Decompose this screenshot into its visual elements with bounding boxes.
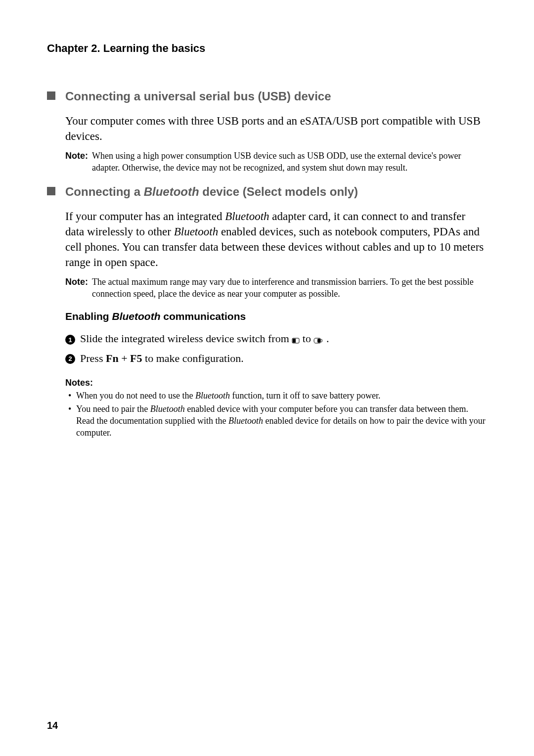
notes-item: You need to pair the Bluetooth enabled d… [65, 403, 487, 439]
note-label: Note: [65, 150, 88, 174]
step-item: 1 Slide the integrated wireless device s… [65, 331, 487, 347]
body-text: Your computer comes with three USB ports… [65, 113, 487, 144]
section-title: Connecting a universal serial bus (USB) … [65, 89, 331, 103]
step-item: 2 Press Fn + F5 to make configuration. [65, 351, 487, 366]
bullet-icon [47, 91, 55, 100]
step-list: 1 Slide the integrated wireless device s… [65, 331, 487, 365]
text-italic: Bluetooth [150, 404, 185, 414]
section-heading: Connecting a universal serial bus (USB) … [47, 89, 487, 103]
text-part: function, turn it off to save battery po… [230, 391, 381, 400]
switch-on-icon [313, 333, 323, 348]
switch-off-icon [292, 333, 300, 348]
step-text: Slide the integrated wireless device swi… [80, 331, 487, 347]
body-text: If your computer has an integrated Bluet… [65, 209, 487, 270]
title-part: device (Select models only) [199, 185, 358, 198]
svg-rect-2 [317, 339, 320, 343]
svg-rect-1 [293, 339, 296, 343]
text-italic: Bluetooth [225, 210, 269, 222]
step-text: Press Fn + F5 to make configuration. [80, 351, 487, 366]
text-part: + [119, 352, 130, 364]
text-italic: Bluetooth [195, 391, 230, 400]
notes-heading: Notes: [65, 377, 487, 389]
note-text: When using a high power consumption USB … [92, 150, 487, 174]
text-italic: Bluetooth [228, 416, 263, 426]
section-heading: Connecting a Bluetooth device (Select mo… [47, 185, 487, 199]
title-part: communications [160, 311, 246, 322]
text-part: You need to pair the [76, 404, 150, 414]
text-italic: Bluetooth [174, 225, 218, 238]
title-part: Enabling [65, 311, 112, 322]
text-part: Slide the integrated wireless device swi… [80, 332, 292, 345]
notes-item: When you do not need to use the Bluetoot… [65, 390, 487, 401]
title-part: Connecting a [65, 185, 144, 198]
notes-section: Notes: When you do not need to use the B… [65, 377, 487, 439]
section-bluetooth: Connecting a Bluetooth device (Select mo… [47, 185, 487, 300]
notes-list: When you do not need to use the Bluetoot… [65, 390, 487, 439]
title-italic: Bluetooth [112, 311, 161, 322]
text-part: to make configuration. [142, 352, 244, 364]
text-part: When you do not need to use the [76, 391, 195, 400]
section-usb: Connecting a universal serial bus (USB) … [47, 89, 487, 174]
text-part: If your computer has an integrated [65, 210, 225, 222]
text-part: to [303, 332, 314, 345]
section-title: Connecting a Bluetooth device (Select mo… [65, 185, 358, 199]
note-label: Note: [65, 276, 88, 300]
note-text: The actual maximum range may vary due to… [92, 276, 487, 300]
title-italic: Bluetooth [144, 185, 199, 198]
note-block: Note: The actual maximum range may vary … [65, 276, 487, 300]
subsection-title: Enabling Bluetooth communications [65, 311, 487, 322]
chapter-title: Chapter 2. Learning the basics [47, 42, 487, 55]
page-number: 14 [47, 720, 58, 731]
key-f5: F5 [130, 352, 142, 364]
bullet-icon [47, 187, 55, 195]
note-block: Note: When using a high power consumptio… [65, 150, 487, 174]
text-part: Press [80, 352, 106, 364]
text-part: . [326, 332, 329, 345]
step-badge-2: 2 [65, 354, 75, 364]
key-fn: Fn [106, 352, 119, 364]
step-badge-1: 1 [65, 335, 75, 345]
